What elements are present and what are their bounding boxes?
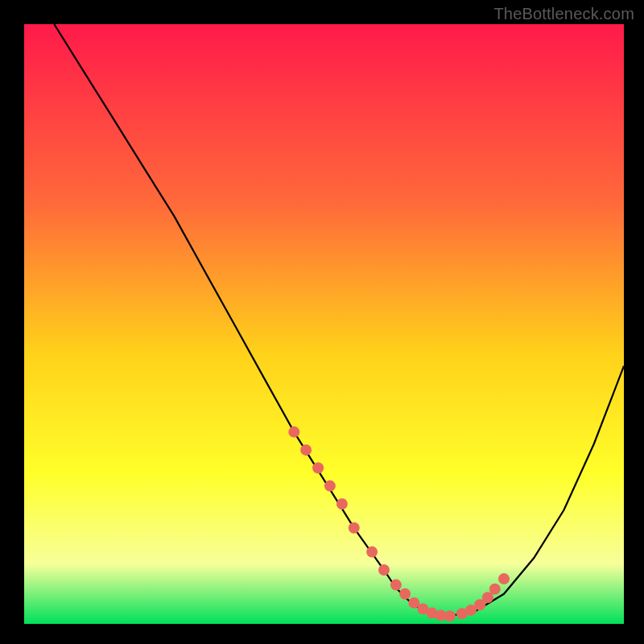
watermark-text: TheBottleneck.com	[493, 5, 634, 23]
data-dot	[288, 427, 299, 438]
data-dot	[390, 580, 402, 591]
chart-frame: TheBottleneck.com	[0, 0, 644, 644]
bottleneck-chart	[0, 0, 644, 644]
data-dot	[498, 573, 510, 584]
data-dot	[312, 462, 324, 473]
data-dot	[349, 522, 360, 534]
data-dot	[399, 588, 411, 600]
data-dot	[378, 564, 390, 576]
data-dot	[366, 547, 378, 558]
data-dot	[489, 584, 501, 595]
data-dot	[324, 481, 336, 492]
plot-area	[24, 24, 624, 624]
data-dot	[444, 610, 456, 621]
data-dot	[300, 444, 312, 456]
data-dot	[336, 498, 348, 510]
